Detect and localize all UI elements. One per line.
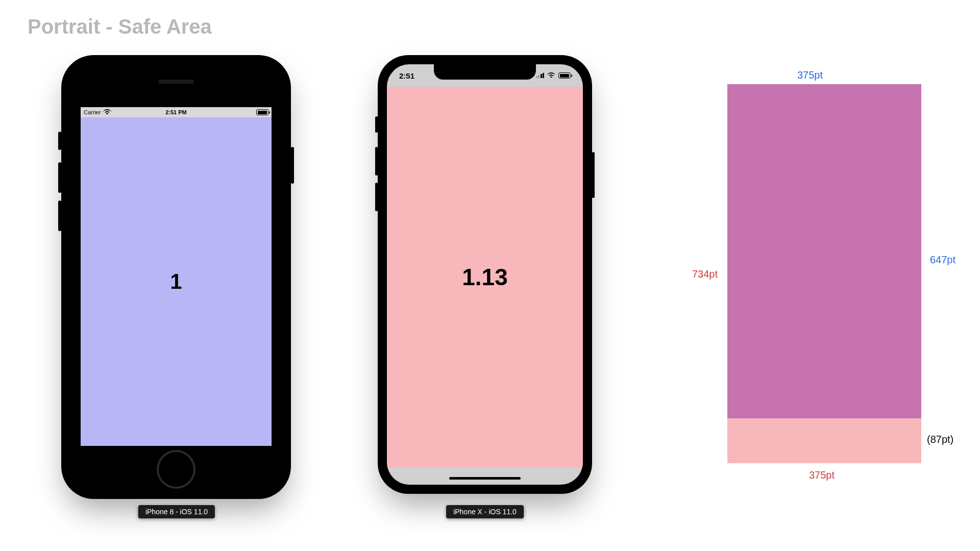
overlay-overlap-rect xyxy=(727,84,921,418)
caption-iphone-8: iPhone 8 - iOS 11.0 xyxy=(138,505,215,518)
volume-down-button xyxy=(58,201,61,231)
page-title: Portrait - Safe Area xyxy=(28,15,212,38)
battery-icon xyxy=(256,109,268,115)
home-indicator xyxy=(449,477,521,480)
ratio-value: 1.13 xyxy=(462,263,508,291)
device-iphone-x: 2:51 1.13 xyxy=(378,55,592,494)
status-bar: Carrier 2:51 PM xyxy=(81,107,272,117)
dim-left-height: 734pt xyxy=(692,268,718,280)
volume-up-button xyxy=(58,162,61,193)
status-bar-time: 2:51 xyxy=(399,71,414,80)
status-bar-right xyxy=(536,72,571,79)
mute-switch xyxy=(58,132,61,150)
earpiece xyxy=(158,80,194,84)
volume-down-button xyxy=(375,183,378,211)
screen: 2:51 1.13 xyxy=(387,64,583,485)
safe-area-iphone-8: 1 xyxy=(81,117,272,446)
status-bar-time: 2:51 PM xyxy=(81,109,272,115)
home-button xyxy=(157,450,195,489)
ratio-value: 1 xyxy=(170,269,182,294)
device-iphone-8: Carrier 2:51 PM 1 xyxy=(61,55,291,499)
safe-area-iphone-x: 1.13 xyxy=(387,87,583,467)
power-button xyxy=(291,147,294,184)
wifi-icon xyxy=(547,72,555,79)
cellular-bars-icon xyxy=(536,73,545,78)
volume-up-button xyxy=(375,147,378,176)
dim-bottom-width: 375pt xyxy=(809,469,835,481)
safe-area-overlay-diagram xyxy=(727,84,921,463)
status-bar-right xyxy=(256,109,268,115)
dim-extra-height: (87pt) xyxy=(927,434,953,445)
battery-icon xyxy=(558,72,571,79)
dim-right-height: 647pt xyxy=(930,254,955,266)
screen: Carrier 2:51 PM 1 xyxy=(81,107,272,446)
dim-top-width: 375pt xyxy=(797,69,823,81)
notch xyxy=(434,64,536,80)
overlay-extra-rect xyxy=(727,418,921,463)
power-button xyxy=(592,152,595,198)
mute-switch xyxy=(375,116,378,133)
caption-iphone-x: iPhone X - iOS 11.0 xyxy=(446,505,524,518)
